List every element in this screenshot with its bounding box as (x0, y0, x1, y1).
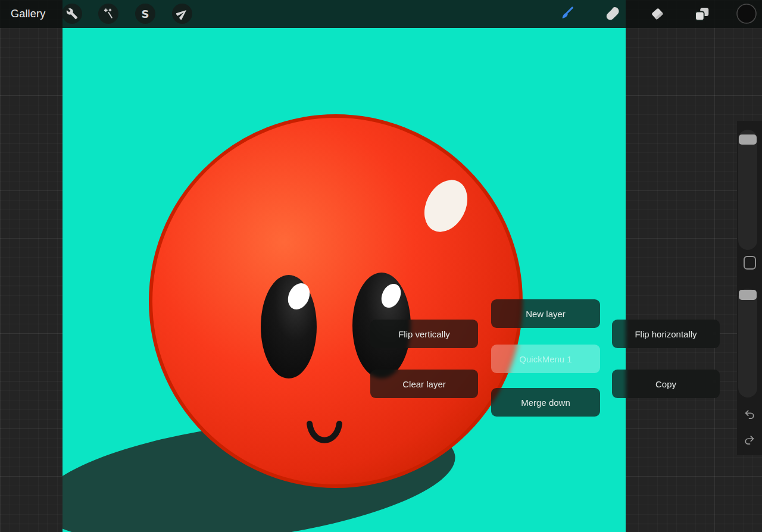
color-swatch (736, 4, 757, 24)
quickmenu-new-layer-label: New layer (526, 309, 566, 319)
quickmenu-new-layer-button[interactable]: New layer (491, 299, 600, 328)
undo-button[interactable] (741, 406, 758, 423)
actions-button[interactable] (62, 4, 82, 24)
quickmenu-clear-layer-button[interactable]: Clear layer (370, 370, 478, 398)
magic-wand-icon (102, 8, 114, 20)
quickmenu-flip-vertically-button[interactable]: Flip vertically (370, 320, 478, 348)
quickmenu-center-button[interactable]: QuickMenu 1 (491, 345, 600, 373)
redo-button[interactable] (741, 432, 758, 449)
erase-tool-button[interactable] (647, 4, 667, 24)
selection-button[interactable]: S (135, 4, 155, 24)
quickmenu-copy-button[interactable]: Copy (612, 370, 720, 398)
eraser-icon (649, 5, 666, 22)
adjustments-button[interactable] (98, 4, 118, 24)
smudge-icon (605, 5, 622, 22)
undo-icon (743, 408, 756, 421)
wrench-icon (66, 8, 78, 20)
layers-button[interactable] (691, 4, 711, 24)
layers-icon (693, 5, 710, 22)
quickmenu-copy-label: Copy (655, 379, 676, 389)
gallery-button[interactable]: Gallery (11, 0, 45, 28)
quickmenu-merge-down-label: Merge down (521, 398, 570, 408)
top-toolbar: Gallery S (0, 0, 762, 28)
paint-tool-button[interactable] (557, 4, 577, 24)
brush-size-slider[interactable] (738, 130, 757, 250)
transform-arrow-icon (176, 8, 188, 20)
brush-size-handle[interactable] (739, 134, 757, 145)
quickmenu-flip-horizontally-label: Flip horizontally (635, 329, 697, 339)
brush-icon (558, 5, 576, 23)
opacity-handle[interactable] (739, 290, 757, 300)
smudge-tool-button[interactable] (603, 4, 623, 24)
redo-icon (743, 434, 756, 447)
transform-button[interactable] (172, 4, 192, 24)
modify-button[interactable] (744, 256, 756, 270)
quickmenu-merge-down-button[interactable]: Merge down (491, 388, 600, 417)
quickmenu-clear-layer-label: Clear layer (402, 379, 446, 389)
drawing-canvas[interactable] (63, 0, 626, 532)
sidebar (737, 121, 762, 455)
color-button[interactable] (736, 4, 757, 24)
quickmenu-flip-horizontally-button[interactable]: Flip horizontally (612, 320, 720, 348)
opacity-slider[interactable] (738, 289, 757, 398)
selection-s-icon: S (142, 8, 149, 20)
app-window: Gallery S (0, 0, 762, 532)
quickmenu-flip-vertically-label: Flip vertically (398, 329, 450, 339)
quickmenu-title: QuickMenu 1 (519, 354, 572, 364)
